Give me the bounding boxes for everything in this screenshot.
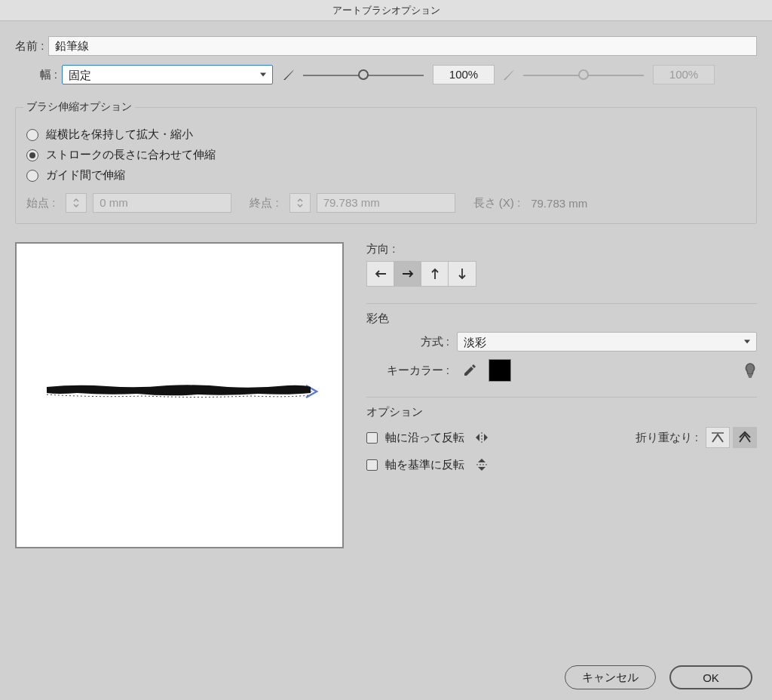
points-row: 始点 : 0 mm 終点 : 79.783 mm 長さ (X) : 79.783… bbox=[26, 193, 746, 213]
direction-buttons bbox=[366, 261, 476, 287]
method-label: 方式 : bbox=[366, 335, 449, 349]
name-label: 名前 : bbox=[15, 39, 44, 54]
radio-stretch-label: ストロークの長さに合わせて伸縮 bbox=[46, 148, 216, 162]
cancel-button[interactable]: キャンセル bbox=[565, 665, 656, 689]
pen-width-icon bbox=[280, 66, 297, 83]
direction-up-button[interactable] bbox=[421, 262, 449, 286]
pen-width-icon-2 bbox=[501, 66, 517, 83]
flip-along-label: 軸に沿って反転 bbox=[385, 431, 464, 445]
method-row: 方式 : 淡彩 bbox=[366, 332, 757, 352]
options-title: オプション bbox=[366, 405, 757, 419]
checkbox-icon bbox=[366, 459, 378, 471]
flip-along-icon bbox=[472, 428, 492, 447]
end-stepper bbox=[290, 193, 311, 213]
middle-area: 方向 : bbox=[15, 242, 757, 658]
radio-stretch[interactable]: ストロークの長さに合わせて伸縮 bbox=[26, 148, 746, 162]
width-pct-2: 100% bbox=[653, 65, 715, 84]
name-input[interactable] bbox=[48, 36, 757, 56]
options-panel: オプション 軸に沿って反転 折り重なり : bbox=[366, 397, 757, 481]
dialog-content: 名前 : 幅 : 固定 100% 100% bbox=[0, 21, 772, 700]
width-label: 幅 : bbox=[15, 68, 57, 82]
radio-guides-label: ガイド間で伸縮 bbox=[46, 168, 125, 183]
keycolor-swatch[interactable] bbox=[489, 359, 511, 382]
width-slider-2 bbox=[523, 67, 644, 82]
direction-section: 方向 : bbox=[366, 242, 757, 296]
method-select[interactable]: 淡彩 bbox=[457, 332, 757, 352]
overlap-controls: 折り重なり : bbox=[636, 427, 757, 448]
direction-right-button[interactable] bbox=[394, 262, 421, 286]
direction-label: 方向 : bbox=[366, 242, 757, 256]
window-title: アートブラシオプション bbox=[0, 0, 772, 21]
right-column: 方向 : bbox=[366, 242, 757, 658]
checkbox-icon bbox=[366, 432, 378, 444]
scale-options-group: ブラシ伸縮オプション 縦横比を保持して拡大・縮小 ストロークの長さに合わせて伸縮… bbox=[15, 107, 757, 224]
overlap-off-button[interactable] bbox=[706, 427, 730, 448]
colorization-panel: 彩色 方式 : 淡彩 キーカラー : bbox=[366, 303, 757, 389]
flip-across-icon bbox=[472, 456, 492, 474]
length-label: 長さ (X) : bbox=[473, 196, 521, 210]
length-value: 79.783 mm bbox=[531, 197, 587, 210]
direction-left-button[interactable] bbox=[367, 262, 394, 286]
overlap-label: 折り重なり : bbox=[636, 431, 698, 445]
eyedropper-icon[interactable] bbox=[461, 362, 478, 379]
radio-proportional[interactable]: 縦横比を保持して拡大・縮小 bbox=[26, 127, 746, 142]
name-row: 名前 : bbox=[15, 36, 757, 56]
flip-along-row: 軸に沿って反転 折り重なり : bbox=[366, 427, 757, 448]
radio-icon bbox=[26, 170, 38, 182]
art-brush-options-dialog: アートブラシオプション 名前 : 幅 : 固定 100% bbox=[0, 0, 772, 700]
brush-preview bbox=[15, 242, 344, 548]
overlap-on-button[interactable] bbox=[733, 427, 757, 448]
flip-along-checkbox[interactable]: 軸に沿って反転 bbox=[366, 431, 464, 445]
ok-button[interactable]: OK bbox=[669, 665, 752, 689]
scale-options-title: ブラシ伸縮オプション bbox=[23, 100, 135, 114]
flip-across-label: 軸を基準に反転 bbox=[385, 458, 464, 472]
radio-icon bbox=[26, 149, 38, 161]
method-select-wrap: 淡彩 bbox=[457, 332, 757, 352]
keycolor-row: キーカラー : bbox=[366, 359, 757, 382]
width-row: 幅 : 固定 100% 100% bbox=[15, 65, 757, 84]
colorization-title: 彩色 bbox=[366, 312, 757, 326]
width-select-wrap: 固定 bbox=[62, 65, 273, 84]
end-label: 終点 : bbox=[250, 196, 278, 210]
flip-across-checkbox[interactable]: 軸を基準に反転 bbox=[366, 458, 464, 472]
start-stepper bbox=[66, 193, 87, 213]
end-value: 79.783 mm bbox=[317, 193, 455, 213]
keycolor-label: キーカラー : bbox=[366, 364, 449, 378]
flip-across-row: 軸を基準に反転 bbox=[366, 456, 757, 474]
dialog-footer: キャンセル OK bbox=[15, 658, 757, 689]
radio-guides[interactable]: ガイド間で伸縮 bbox=[26, 168, 746, 183]
direction-down-button[interactable] bbox=[449, 262, 476, 286]
start-label: 始点 : bbox=[26, 196, 55, 210]
start-value: 0 mm bbox=[93, 193, 231, 213]
radio-proportional-label: 縦横比を保持して拡大・縮小 bbox=[46, 127, 193, 142]
tips-icon[interactable] bbox=[743, 362, 757, 379]
width-slider-1[interactable] bbox=[303, 67, 424, 82]
radio-icon bbox=[26, 129, 38, 141]
width-select[interactable]: 固定 bbox=[62, 65, 273, 84]
width-pct-1[interactable]: 100% bbox=[433, 65, 495, 84]
